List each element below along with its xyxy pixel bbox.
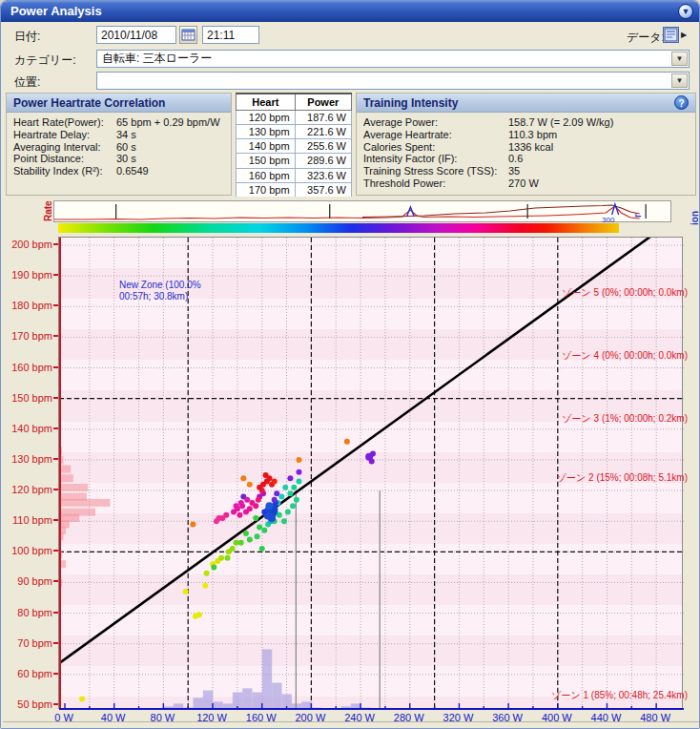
overview-strip-plot — [54, 201, 670, 221]
calendar-button[interactable] — [179, 26, 197, 44]
y-axis-tick — [53, 519, 58, 521]
data-expand-arrow-icon[interactable]: ▶ — [681, 31, 687, 39]
scatter-point — [196, 612, 202, 617]
hr-histogram-bar — [60, 484, 89, 491]
intensity-panel-header: Training Intensity ? — [357, 94, 695, 113]
scatter-point — [256, 497, 261, 503]
scatter-point — [238, 540, 244, 546]
table-header-cell: Heart — [237, 94, 296, 110]
category-label: カテゴリー: — [14, 52, 75, 69]
rollup-button[interactable]: ▼ — [678, 4, 693, 19]
table-cell: 160 bpm — [237, 168, 296, 182]
data-report-button[interactable] — [663, 27, 679, 43]
title-bar[interactable]: Power Analysis ▼ — [1, 1, 700, 22]
scatter-point — [296, 457, 301, 463]
zone-label[interactable]: ゾーン 2 (15%; 00:08h; 5.1km) — [557, 471, 688, 485]
chevron-down-icon: ▼ — [682, 7, 690, 16]
metric-label: Heart Rate(Power): — [13, 116, 116, 129]
power-histogram-bar — [242, 688, 252, 710]
metric-row: Threshold Power:270 W — [363, 177, 695, 190]
scatter-point — [253, 515, 258, 521]
metric-label: Training Stress Score (TSS): — [363, 165, 508, 177]
scatter-point — [190, 521, 196, 527]
scatter-point — [296, 469, 301, 475]
scatter-point — [237, 512, 242, 518]
category-value: 自転車: 三本ローラー — [102, 52, 212, 65]
scatter-point — [202, 583, 208, 589]
metric-label: Calories Spent: — [363, 141, 508, 154]
table-cell: 130 bpm — [237, 124, 296, 138]
zone-label[interactable]: ゾーン 1 (85%; 00:48h; 25.4km) — [551, 689, 688, 702]
position-combobox[interactable]: ▼ — [96, 72, 690, 90]
help-icon: ? — [678, 98, 684, 109]
metric-row: Averaging Interval:60 s — [13, 141, 231, 154]
date-label: 日付: — [14, 29, 40, 45]
power-histogram-bar — [203, 691, 213, 710]
hr-power-table: HeartPower 120 bpm187.6 W130 bpm221.6 W1… — [236, 93, 352, 198]
metric-row: Stability Index (R²):0.6549 — [13, 165, 231, 177]
scatter-point — [261, 528, 267, 533]
scatter-point — [253, 503, 258, 509]
table-row: 160 bpm323.6 W — [237, 168, 352, 182]
y-axis-tick — [53, 489, 58, 490]
scatter-point — [230, 546, 236, 552]
scatter-point — [290, 503, 296, 509]
table-cell: 120 bpm — [237, 110, 296, 124]
metric-value: 158.7 W (= 2.09 W/kg) — [508, 116, 613, 128]
table-cell: 289.6 W — [295, 154, 351, 168]
date-input[interactable]: 2010/11/08 — [96, 26, 176, 44]
scatter-point — [268, 514, 276, 522]
scatter-point — [287, 475, 293, 481]
scatter-point — [211, 564, 216, 570]
y-axis-tick — [53, 427, 58, 429]
correlation-panel: Power Heartrate Correlation Heart Rate(P… — [6, 93, 232, 196]
scatter-point — [247, 482, 253, 488]
y-axis-tick-label: 90 bpm — [5, 575, 52, 587]
metric-row: Heart Rate(Power):65 bpm + 0.29 bpm/W — [13, 116, 231, 129]
y-axis-tick — [53, 458, 58, 460]
y-axis-tick-label: 110 bpm — [5, 514, 52, 526]
table-row: 140 bpm255.6 W — [237, 139, 352, 154]
scatter-point — [263, 472, 269, 478]
scatter-point — [261, 510, 267, 515]
metric-row: Training Stress Score (TSS):35 — [363, 165, 695, 177]
scatter-point — [259, 546, 265, 552]
table-cell: 221.6 W — [295, 124, 351, 138]
metric-row: Average Power:158.7 W (= 2.09 W/kg) — [363, 116, 695, 129]
scatter-point — [369, 459, 375, 465]
table-row: 130 bpm221.6 W — [237, 124, 352, 138]
y-axis-tick — [53, 642, 58, 644]
y-axis-tick — [53, 550, 58, 552]
y-axis-tick — [53, 580, 58, 582]
table-cell: 255.6 W — [295, 139, 351, 154]
y-axis-tick — [53, 304, 58, 306]
y-axis-tick — [53, 274, 58, 276]
intensity-panel: Training Intensity ? Average Power:158.7… — [356, 93, 696, 196]
scatter-point — [370, 451, 376, 457]
new-zone-line1: New Zone (100.0% — [119, 280, 201, 291]
y-axis-tick-label: 120 bpm — [5, 484, 52, 495]
scatter-point — [240, 475, 246, 481]
scatter-point — [291, 485, 297, 490]
position-dropdown-arrow[interactable]: ▼ — [671, 73, 688, 88]
table-cell: 140 bpm — [237, 139, 296, 154]
category-dropdown-arrow[interactable]: ▼ — [671, 52, 688, 66]
metric-value: 1336 kcal — [508, 141, 553, 153]
help-button[interactable]: ? — [674, 95, 689, 110]
zone-label[interactable]: ゾーン 4 (0%; 00:00h; 0.0km) — [562, 349, 688, 363]
overview-strip-chart[interactable] — [53, 200, 671, 222]
y-axis-tick-label: 50 bpm — [5, 698, 52, 710]
zone-label[interactable]: ゾーン 5 (0%; 00:00h; 0.0km) — [562, 286, 688, 300]
table-row: 170 bpm357.6 W — [237, 182, 352, 197]
zone-label[interactable]: ゾーン 3 (1%; 00:00h; 0.2km) — [562, 412, 688, 426]
metric-label: Stability Index (R²): — [13, 165, 116, 177]
scatter-point — [247, 506, 253, 511]
time-input[interactable]: 21:11 — [202, 26, 259, 44]
category-combobox[interactable]: 自転車: 三本ローラー ▼ — [96, 50, 690, 68]
table-cell: 357.6 W — [295, 182, 351, 197]
y-axis-tick — [53, 703, 58, 705]
y-axis-tick-label: 130 bpm — [5, 453, 52, 465]
y-axis-tick-label: 60 bpm — [5, 668, 52, 679]
y-axis-tick — [53, 612, 58, 614]
metric-value: 110.3 bpm — [508, 129, 557, 140]
